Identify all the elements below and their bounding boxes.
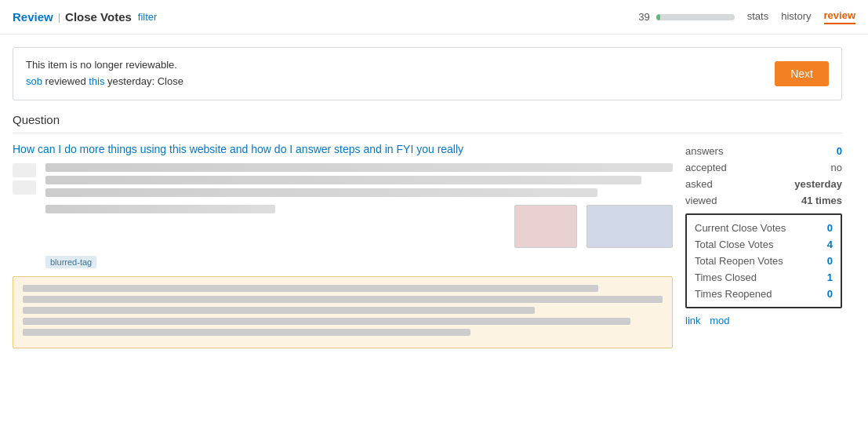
close-stat-label-2: Total Reopen Votes bbox=[695, 255, 783, 267]
close-stats-box: Current Close Votes 0 Total Close Votes … bbox=[685, 213, 842, 308]
accepted-value: no bbox=[831, 162, 842, 173]
next-button[interactable]: Next bbox=[775, 61, 829, 86]
close-stats-table: Current Close Votes 0 Total Close Votes … bbox=[695, 220, 833, 302]
alert-box: This item is no longer reviewable. sob r… bbox=[13, 47, 842, 100]
viewed-value: 41 times bbox=[801, 195, 842, 206]
comment-line-4 bbox=[23, 318, 630, 325]
nav-link-history[interactable]: history bbox=[781, 10, 811, 24]
stats-row-viewed: viewed 41 times bbox=[685, 192, 842, 209]
question-main: How can I do more things using this webs… bbox=[13, 143, 673, 348]
sidebar-links: link mod bbox=[685, 315, 842, 326]
nav-link-stats[interactable]: stats bbox=[747, 10, 768, 24]
tag-area: blurred-tag bbox=[45, 256, 673, 268]
comment-line-1 bbox=[23, 285, 598, 292]
progress-bar-fill bbox=[656, 14, 660, 20]
question-layout: How can I do more things using this webs… bbox=[13, 143, 842, 348]
nav-link-review[interactable]: review bbox=[824, 9, 855, 24]
accepted-label: accepted bbox=[685, 162, 727, 173]
viewed-label: viewed bbox=[685, 195, 717, 206]
answers-value: 0 bbox=[837, 145, 842, 157]
comment-line-2 bbox=[23, 296, 663, 303]
stats-row-asked: asked yesterday bbox=[685, 176, 842, 192]
alert-this-link[interactable]: this bbox=[89, 75, 104, 87]
comment-box bbox=[13, 276, 673, 348]
answers-label: answers bbox=[685, 145, 723, 157]
question-title[interactable]: How can I do more things using this webs… bbox=[13, 143, 673, 155]
progress-bar bbox=[656, 14, 735, 20]
blurred-line-2 bbox=[45, 176, 641, 184]
question-body: blurred-tag bbox=[13, 163, 673, 268]
close-stat-label-0: Current Close Votes bbox=[695, 222, 786, 234]
nav-separator: | bbox=[58, 11, 60, 23]
image-placeholder-2 bbox=[587, 205, 673, 248]
close-stat-row-2: Total Reopen Votes 0 bbox=[695, 253, 833, 269]
progress-count: 39 bbox=[638, 11, 649, 23]
image-placeholder-1 bbox=[514, 205, 577, 248]
close-stat-value-1: 4 bbox=[827, 239, 833, 250]
stats-row-answers: answers 0 bbox=[685, 143, 842, 159]
vote-down-box bbox=[13, 180, 36, 195]
comment-line-3 bbox=[23, 307, 535, 314]
nav-links: stats history review bbox=[747, 9, 855, 24]
image-row bbox=[45, 205, 673, 248]
close-stat-label-1: Total Close Votes bbox=[695, 239, 773, 250]
blurred-short bbox=[45, 205, 275, 213]
alert-line2: sob reviewed this yesterday: Close bbox=[26, 74, 183, 90]
stats-row-accepted: accepted no bbox=[685, 159, 842, 176]
alert-line1: This item is no longer reviewable. bbox=[26, 57, 183, 74]
sidebar-link-mod[interactable]: mod bbox=[710, 315, 729, 326]
close-stat-value-3: 1 bbox=[827, 271, 833, 283]
sidebar-link-link[interactable]: link bbox=[685, 315, 701, 326]
alert-user-link[interactable]: sob bbox=[26, 75, 42, 87]
blurred-line-3 bbox=[45, 188, 597, 197]
top-navigation: Review | Close Votes filter 39 stats his… bbox=[0, 0, 868, 35]
close-stat-value-0: 0 bbox=[827, 222, 833, 234]
close-stat-row-3: Times Closed 1 bbox=[695, 269, 833, 286]
text-before-img bbox=[45, 205, 505, 248]
blurred-line-1 bbox=[45, 163, 673, 172]
close-stat-value-2: 0 bbox=[827, 255, 833, 267]
basic-stats: answers 0 accepted no asked yesterday vi… bbox=[685, 143, 842, 209]
close-stat-row-4: Times Reopened 0 bbox=[695, 286, 833, 302]
nav-close-votes: Close Votes bbox=[65, 10, 132, 24]
close-stat-row-0: Current Close Votes 0 bbox=[695, 220, 833, 236]
vote-up-box bbox=[13, 163, 36, 177]
main-content: This item is no longer reviewable. sob r… bbox=[0, 35, 855, 361]
question-sidebar: answers 0 accepted no asked yesterday vi… bbox=[685, 143, 842, 348]
close-stat-label-3: Times Closed bbox=[695, 271, 757, 283]
asked-label: asked bbox=[685, 178, 713, 190]
tag-1[interactable]: blurred-tag bbox=[45, 256, 96, 268]
asked-value: yesterday bbox=[794, 178, 842, 190]
vote-col bbox=[13, 163, 38, 268]
alert-text: This item is no longer reviewable. sob r… bbox=[26, 57, 183, 90]
section-title: Question bbox=[13, 113, 842, 133]
question-content: blurred-tag bbox=[45, 163, 673, 268]
comment-line-5 bbox=[23, 329, 470, 336]
close-stat-row-1: Total Close Votes 4 bbox=[695, 236, 833, 253]
nav-filter-link[interactable]: filter bbox=[138, 11, 158, 23]
nav-review-title[interactable]: Review bbox=[13, 10, 53, 24]
close-stat-label-4: Times Reopened bbox=[695, 288, 772, 300]
progress-section: 39 bbox=[638, 11, 734, 23]
close-stat-value-4: 0 bbox=[827, 288, 833, 300]
